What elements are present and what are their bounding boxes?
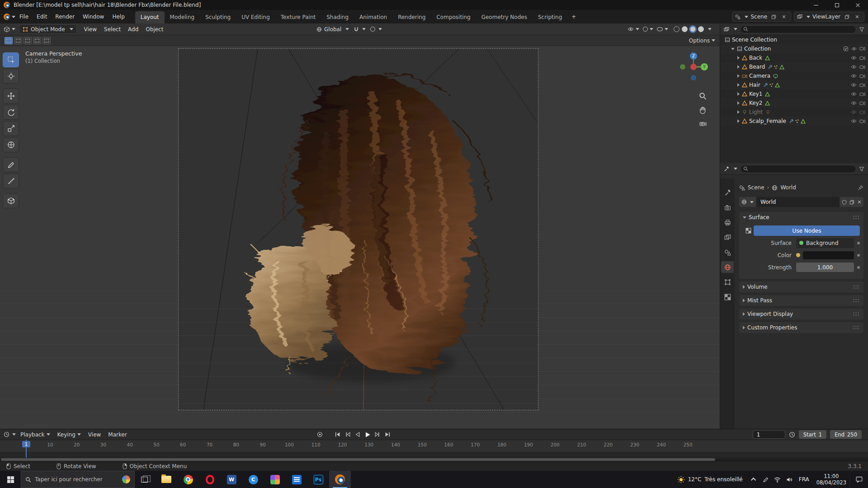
gizmo-y-neg[interactable] bbox=[680, 64, 685, 70]
color-swatch[interactable] bbox=[803, 251, 854, 259]
outliner-collection-row[interactable]: Collection bbox=[720, 44, 868, 53]
outliner-root-row[interactable]: Scene Collection bbox=[720, 35, 868, 44]
expander-icon[interactable] bbox=[737, 56, 740, 60]
fake-user-icon[interactable] bbox=[842, 200, 847, 205]
hide-viewport-icon[interactable] bbox=[851, 92, 857, 96]
taskbar-app-media-app[interactable] bbox=[264, 471, 286, 488]
prop-tab-view-layer[interactable] bbox=[721, 231, 734, 243]
select-mode-new-button[interactable] bbox=[5, 37, 13, 44]
volume-icon[interactable] bbox=[783, 471, 795, 488]
outliner-item-row[interactable]: Key1 bbox=[720, 89, 868, 99]
shading-material-button[interactable] bbox=[690, 26, 696, 32]
blender-menu-icon[interactable] bbox=[4, 14, 10, 20]
task-view-button[interactable] bbox=[135, 471, 154, 488]
timeline-ruler[interactable]: 1020304050607080901001101201301401501601… bbox=[0, 440, 868, 449]
panel-grip[interactable] bbox=[853, 298, 860, 303]
gizmo-x-axis[interactable] bbox=[690, 64, 697, 70]
start-button[interactable] bbox=[0, 471, 21, 488]
next-keyframe-button[interactable] bbox=[374, 431, 381, 438]
workspace-tab[interactable]: UV Editing bbox=[236, 11, 275, 23]
expander-icon[interactable] bbox=[737, 101, 740, 105]
workspace-tab[interactable]: Scripting bbox=[533, 11, 567, 23]
jump-to-end-button[interactable] bbox=[384, 431, 391, 438]
panel-grip[interactable] bbox=[853, 325, 860, 330]
outliner-item-row[interactable]: Scalp_Female bbox=[720, 117, 868, 126]
shading-rendered-button[interactable] bbox=[698, 26, 704, 32]
annotate-tool[interactable] bbox=[3, 157, 19, 172]
viewport-menu[interactable]: Object bbox=[142, 25, 167, 34]
workspace-tab[interactable]: Animation bbox=[354, 11, 392, 23]
timeline-menu[interactable]: Playback bbox=[17, 430, 54, 439]
unlink-icon[interactable] bbox=[857, 200, 862, 204]
taskbar-app-document-app[interactable] bbox=[286, 471, 307, 488]
surface-panel-header[interactable]: Surface bbox=[739, 212, 863, 223]
prop-tab-texture[interactable] bbox=[721, 291, 734, 303]
select-mode-subtract-button[interactable] bbox=[24, 37, 32, 44]
maximize-button[interactable] bbox=[826, 0, 847, 10]
auto-key-toggle[interactable] bbox=[316, 431, 323, 438]
timeline-tracks[interactable] bbox=[0, 449, 868, 458]
workspace-tab[interactable]: Rendering bbox=[392, 11, 431, 23]
taskbar-app-c-app[interactable]: C bbox=[242, 471, 264, 488]
keyframe-dot-icon[interactable] bbox=[857, 254, 860, 257]
world-datablock-dropdown[interactable] bbox=[739, 197, 756, 207]
outliner-search-input[interactable] bbox=[740, 25, 856, 33]
new-viewlayer-button[interactable] bbox=[843, 13, 851, 21]
move-tool[interactable] bbox=[3, 89, 19, 103]
viewport-menu[interactable]: View bbox=[80, 25, 100, 34]
expander-icon[interactable] bbox=[731, 48, 735, 50]
remove-viewlayer-button[interactable] bbox=[853, 13, 861, 21]
filter-icon[interactable] bbox=[859, 166, 864, 172]
hide-viewport-icon[interactable] bbox=[851, 56, 857, 60]
hide-viewport-icon[interactable] bbox=[851, 74, 857, 78]
panel-grip[interactable] bbox=[853, 285, 860, 289]
select-mode-invert-button[interactable] bbox=[33, 37, 41, 44]
breadcrumb-world[interactable]: World bbox=[780, 184, 796, 191]
cursor-tool[interactable] bbox=[3, 69, 19, 84]
jump-to-start-button[interactable] bbox=[334, 431, 341, 438]
prop-tab-scene[interactable] bbox=[721, 246, 734, 258]
expander-icon[interactable] bbox=[737, 110, 740, 114]
keyframe-dot-icon[interactable] bbox=[857, 242, 860, 244]
outliner-item-row[interactable]: Light bbox=[720, 108, 868, 117]
collapsed-panel[interactable]: Volume bbox=[739, 282, 863, 292]
taskbar-app-blender[interactable] bbox=[329, 471, 351, 488]
collection-checkbox-icon[interactable] bbox=[843, 46, 849, 52]
pin-icon[interactable] bbox=[858, 185, 863, 191]
panel-grip[interactable] bbox=[853, 312, 860, 316]
properties-editor-icon[interactable] bbox=[724, 166, 729, 172]
workspace-tab[interactable]: Layout bbox=[135, 11, 165, 23]
scale-tool[interactable] bbox=[3, 121, 19, 136]
mode-dropdown[interactable]: Object Mode bbox=[19, 24, 77, 34]
gizmo-y-axis[interactable]: Y bbox=[703, 65, 706, 69]
breadcrumb-scene[interactable]: Scene bbox=[748, 184, 764, 191]
taskbar-app-opera[interactable] bbox=[199, 471, 221, 488]
workspace-tab[interactable]: Compositing bbox=[431, 11, 476, 23]
close-button[interactable] bbox=[847, 0, 868, 10]
play-button[interactable] bbox=[364, 431, 371, 438]
hide-render-icon[interactable] bbox=[859, 101, 865, 105]
expander-icon[interactable] bbox=[737, 119, 740, 123]
language-indicator[interactable]: FRA bbox=[795, 476, 813, 483]
hide-render-icon[interactable] bbox=[859, 46, 865, 51]
taskbar-app-photoshop[interactable]: Ps bbox=[307, 471, 329, 488]
camera-view-icon[interactable] bbox=[699, 120, 707, 127]
navigation-gizmo[interactable]: Z Y bbox=[678, 52, 709, 82]
shading-wireframe-button[interactable] bbox=[674, 26, 679, 32]
hide-render-icon[interactable] bbox=[859, 119, 865, 123]
expander-icon[interactable] bbox=[737, 65, 740, 69]
workspace-tab[interactable]: Sculpting bbox=[200, 11, 236, 23]
snap-toggle[interactable] bbox=[354, 27, 366, 32]
taskbar-app-file-explorer[interactable] bbox=[156, 471, 177, 488]
pan-hand-icon[interactable] bbox=[699, 106, 707, 114]
strength-slider[interactable]: 1.000 bbox=[796, 263, 854, 272]
timeline-editor-icon[interactable] bbox=[4, 432, 9, 437]
outliner-item-row[interactable]: Back bbox=[720, 53, 868, 62]
topbar-menu[interactable]: Window bbox=[79, 12, 108, 22]
taskbar-search-input[interactable]: Taper ici pour rechercher bbox=[21, 471, 135, 488]
hide-viewport-icon[interactable] bbox=[851, 119, 857, 123]
notification-center-button[interactable] bbox=[850, 471, 868, 488]
proportional-edit-toggle[interactable] bbox=[370, 27, 382, 32]
keyframe-dot-icon[interactable] bbox=[857, 266, 860, 269]
hide-render-icon[interactable] bbox=[859, 74, 865, 78]
